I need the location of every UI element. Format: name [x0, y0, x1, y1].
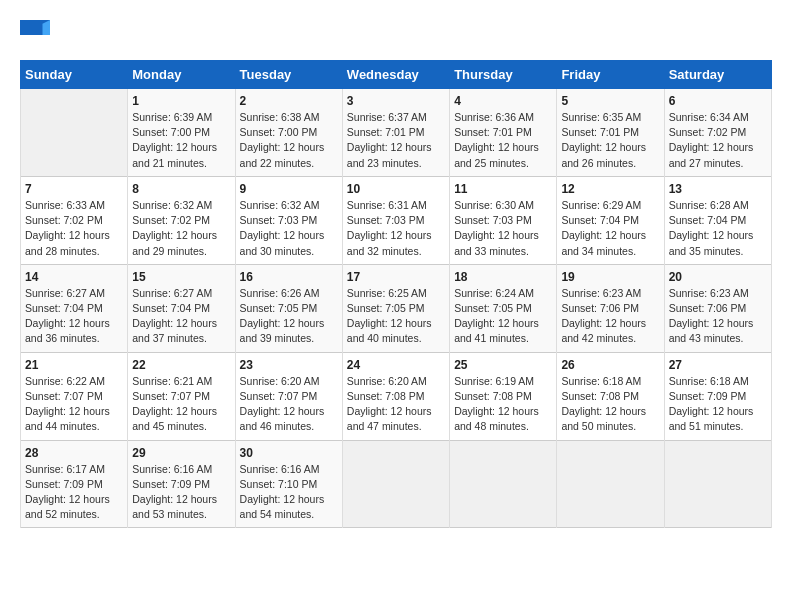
day-cell: 5Sunrise: 6:35 AMSunset: 7:01 PMDaylight…: [557, 89, 664, 177]
header-friday: Friday: [557, 61, 664, 89]
day-info: Sunrise: 6:22 AMSunset: 7:07 PMDaylight:…: [25, 374, 123, 435]
day-cell: 15Sunrise: 6:27 AMSunset: 7:04 PMDayligh…: [128, 264, 235, 352]
day-info: Sunrise: 6:25 AMSunset: 7:05 PMDaylight:…: [347, 286, 445, 347]
day-number: 16: [240, 270, 338, 284]
day-number: 1: [132, 94, 230, 108]
day-number: 20: [669, 270, 767, 284]
day-info: Sunrise: 6:18 AMSunset: 7:08 PMDaylight:…: [561, 374, 659, 435]
day-cell: 4Sunrise: 6:36 AMSunset: 7:01 PMDaylight…: [450, 89, 557, 177]
day-number: 9: [240, 182, 338, 196]
day-cell: 14Sunrise: 6:27 AMSunset: 7:04 PMDayligh…: [21, 264, 128, 352]
day-cell: 6Sunrise: 6:34 AMSunset: 7:02 PMDaylight…: [664, 89, 771, 177]
day-number: 14: [25, 270, 123, 284]
day-number: 2: [240, 94, 338, 108]
day-info: Sunrise: 6:16 AMSunset: 7:09 PMDaylight:…: [132, 462, 230, 523]
calendar-table: SundayMondayTuesdayWednesdayThursdayFrid…: [20, 60, 772, 528]
logo: [20, 20, 52, 50]
day-cell: 3Sunrise: 6:37 AMSunset: 7:01 PMDaylight…: [342, 89, 449, 177]
day-info: Sunrise: 6:24 AMSunset: 7:05 PMDaylight:…: [454, 286, 552, 347]
day-number: 8: [132, 182, 230, 196]
day-info: Sunrise: 6:36 AMSunset: 7:01 PMDaylight:…: [454, 110, 552, 171]
day-info: Sunrise: 6:35 AMSunset: 7:01 PMDaylight:…: [561, 110, 659, 171]
day-info: Sunrise: 6:23 AMSunset: 7:06 PMDaylight:…: [669, 286, 767, 347]
day-cell: 12Sunrise: 6:29 AMSunset: 7:04 PMDayligh…: [557, 176, 664, 264]
logo-icon: [20, 20, 50, 50]
day-number: 5: [561, 94, 659, 108]
day-info: Sunrise: 6:19 AMSunset: 7:08 PMDaylight:…: [454, 374, 552, 435]
day-info: Sunrise: 6:26 AMSunset: 7:05 PMDaylight:…: [240, 286, 338, 347]
day-cell: 18Sunrise: 6:24 AMSunset: 7:05 PMDayligh…: [450, 264, 557, 352]
svg-rect-1: [20, 35, 50, 50]
day-info: Sunrise: 6:31 AMSunset: 7:03 PMDaylight:…: [347, 198, 445, 259]
day-cell: 26Sunrise: 6:18 AMSunset: 7:08 PMDayligh…: [557, 352, 664, 440]
day-number: 26: [561, 358, 659, 372]
calendar-header-row: SundayMondayTuesdayWednesdayThursdayFrid…: [21, 61, 772, 89]
week-row-1: 1Sunrise: 6:39 AMSunset: 7:00 PMDaylight…: [21, 89, 772, 177]
day-cell: 13Sunrise: 6:28 AMSunset: 7:04 PMDayligh…: [664, 176, 771, 264]
day-number: 27: [669, 358, 767, 372]
header-saturday: Saturday: [664, 61, 771, 89]
day-info: Sunrise: 6:39 AMSunset: 7:00 PMDaylight:…: [132, 110, 230, 171]
day-cell: 17Sunrise: 6:25 AMSunset: 7:05 PMDayligh…: [342, 264, 449, 352]
day-info: Sunrise: 6:16 AMSunset: 7:10 PMDaylight:…: [240, 462, 338, 523]
day-cell: 11Sunrise: 6:30 AMSunset: 7:03 PMDayligh…: [450, 176, 557, 264]
header-sunday: Sunday: [21, 61, 128, 89]
day-number: 3: [347, 94, 445, 108]
day-info: Sunrise: 6:32 AMSunset: 7:02 PMDaylight:…: [132, 198, 230, 259]
day-number: 11: [454, 182, 552, 196]
day-info: Sunrise: 6:32 AMSunset: 7:03 PMDaylight:…: [240, 198, 338, 259]
header-thursday: Thursday: [450, 61, 557, 89]
day-info: Sunrise: 6:30 AMSunset: 7:03 PMDaylight:…: [454, 198, 552, 259]
day-info: Sunrise: 6:27 AMSunset: 7:04 PMDaylight:…: [132, 286, 230, 347]
day-number: 23: [240, 358, 338, 372]
day-info: Sunrise: 6:23 AMSunset: 7:06 PMDaylight:…: [561, 286, 659, 347]
day-cell: 24Sunrise: 6:20 AMSunset: 7:08 PMDayligh…: [342, 352, 449, 440]
day-number: 19: [561, 270, 659, 284]
day-info: Sunrise: 6:18 AMSunset: 7:09 PMDaylight:…: [669, 374, 767, 435]
day-cell: 30Sunrise: 6:16 AMSunset: 7:10 PMDayligh…: [235, 440, 342, 528]
day-cell: 10Sunrise: 6:31 AMSunset: 7:03 PMDayligh…: [342, 176, 449, 264]
day-number: 7: [25, 182, 123, 196]
day-cell: 2Sunrise: 6:38 AMSunset: 7:00 PMDaylight…: [235, 89, 342, 177]
day-cell: [342, 440, 449, 528]
day-info: Sunrise: 6:20 AMSunset: 7:08 PMDaylight:…: [347, 374, 445, 435]
day-info: Sunrise: 6:34 AMSunset: 7:02 PMDaylight:…: [669, 110, 767, 171]
day-info: Sunrise: 6:29 AMSunset: 7:04 PMDaylight:…: [561, 198, 659, 259]
day-info: Sunrise: 6:28 AMSunset: 7:04 PMDaylight:…: [669, 198, 767, 259]
day-info: Sunrise: 6:27 AMSunset: 7:04 PMDaylight:…: [25, 286, 123, 347]
day-cell: 9Sunrise: 6:32 AMSunset: 7:03 PMDaylight…: [235, 176, 342, 264]
day-cell: 22Sunrise: 6:21 AMSunset: 7:07 PMDayligh…: [128, 352, 235, 440]
header-wednesday: Wednesday: [342, 61, 449, 89]
day-info: Sunrise: 6:20 AMSunset: 7:07 PMDaylight:…: [240, 374, 338, 435]
day-cell: 23Sunrise: 6:20 AMSunset: 7:07 PMDayligh…: [235, 352, 342, 440]
day-cell: [664, 440, 771, 528]
day-cell: 8Sunrise: 6:32 AMSunset: 7:02 PMDaylight…: [128, 176, 235, 264]
day-cell: 20Sunrise: 6:23 AMSunset: 7:06 PMDayligh…: [664, 264, 771, 352]
day-cell: [21, 89, 128, 177]
day-number: 21: [25, 358, 123, 372]
day-info: Sunrise: 6:33 AMSunset: 7:02 PMDaylight:…: [25, 198, 123, 259]
day-number: 29: [132, 446, 230, 460]
day-info: Sunrise: 6:21 AMSunset: 7:07 PMDaylight:…: [132, 374, 230, 435]
day-cell: 21Sunrise: 6:22 AMSunset: 7:07 PMDayligh…: [21, 352, 128, 440]
day-cell: 29Sunrise: 6:16 AMSunset: 7:09 PMDayligh…: [128, 440, 235, 528]
day-number: 12: [561, 182, 659, 196]
day-number: 15: [132, 270, 230, 284]
day-cell: 1Sunrise: 6:39 AMSunset: 7:00 PMDaylight…: [128, 89, 235, 177]
day-info: Sunrise: 6:37 AMSunset: 7:01 PMDaylight:…: [347, 110, 445, 171]
day-cell: 16Sunrise: 6:26 AMSunset: 7:05 PMDayligh…: [235, 264, 342, 352]
day-cell: 27Sunrise: 6:18 AMSunset: 7:09 PMDayligh…: [664, 352, 771, 440]
day-info: Sunrise: 6:17 AMSunset: 7:09 PMDaylight:…: [25, 462, 123, 523]
day-number: 28: [25, 446, 123, 460]
day-number: 10: [347, 182, 445, 196]
header-monday: Monday: [128, 61, 235, 89]
week-row-5: 28Sunrise: 6:17 AMSunset: 7:09 PMDayligh…: [21, 440, 772, 528]
day-cell: 7Sunrise: 6:33 AMSunset: 7:02 PMDaylight…: [21, 176, 128, 264]
day-number: 24: [347, 358, 445, 372]
day-number: 25: [454, 358, 552, 372]
page-header: [20, 20, 772, 50]
week-row-2: 7Sunrise: 6:33 AMSunset: 7:02 PMDaylight…: [21, 176, 772, 264]
day-info: Sunrise: 6:38 AMSunset: 7:00 PMDaylight:…: [240, 110, 338, 171]
day-number: 18: [454, 270, 552, 284]
day-cell: 25Sunrise: 6:19 AMSunset: 7:08 PMDayligh…: [450, 352, 557, 440]
